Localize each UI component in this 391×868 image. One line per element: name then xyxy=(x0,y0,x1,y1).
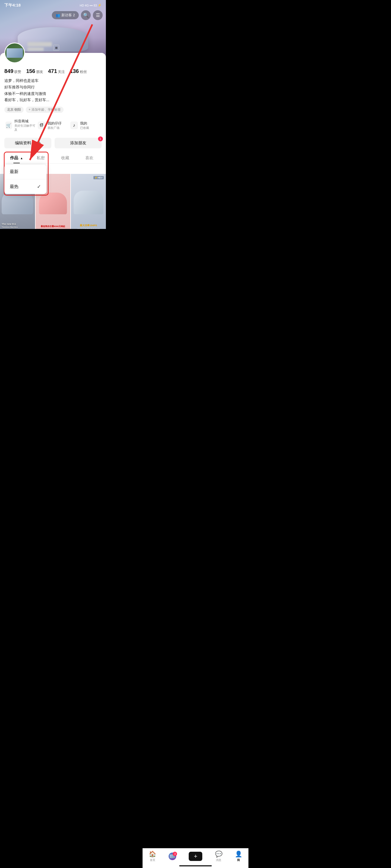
likes-number: 849 xyxy=(4,68,13,74)
menu-icon: ☰ xyxy=(96,12,100,18)
status-icons: HD 4G ▪▪▪ 83 ⚡ xyxy=(80,3,102,7)
visitors-icon: 👥 xyxy=(56,13,60,18)
sort-dropdown[interactable]: 最新 最热 ✓ xyxy=(4,165,47,194)
friends-label: 朋友 xyxy=(36,69,43,74)
search-icon: 🔍 xyxy=(83,12,89,18)
search-btn[interactable]: 🔍 xyxy=(81,10,91,20)
stat-likes[interactable]: 849 获赞 xyxy=(4,68,21,74)
tabs-container: 作品 ▲ 私密 收藏 喜欢 最新 最热 ✓ xyxy=(4,152,102,163)
quick-link-shop[interactable]: 🛒 抖音商城 美好生活触手可及 xyxy=(4,117,37,133)
following-label: 关注 xyxy=(58,69,65,74)
add-friend-badge: 1 xyxy=(98,136,103,141)
location-tag: 北京·朝阳 xyxy=(4,106,24,113)
tabs-row: 作品 ▲ 私密 收藏 喜欢 xyxy=(4,152,102,163)
tab-private[interactable]: 私密 xyxy=(29,152,53,163)
tags-row: 北京·朝阳 + 添加年龄、学校标签 xyxy=(4,104,102,115)
tab-works[interactable]: 作品 ▲ xyxy=(4,152,29,163)
quick-links: 🛒 抖音商城 美好生活触手可及 仔 我的仔仔 朋友广场 ♪ 我的 已收藏 xyxy=(4,115,102,135)
sort-option-hottest[interactable]: 最热 ✓ xyxy=(4,179,47,194)
wuling-watermark: 五菱宏光MINIEV xyxy=(37,228,51,229)
shop-icon: 🛒 xyxy=(5,122,12,129)
qr-icon: ⊞ xyxy=(53,45,59,51)
quick-link-friends[interactable]: 仔 我的仔仔 朋友广场 xyxy=(37,117,69,133)
hev-badge: ⚡HEV xyxy=(93,176,104,179)
music-icon: ♪ xyxy=(70,122,78,129)
video-label-1: The new 911 Timeless Machine xyxy=(2,223,18,228)
video-item-3[interactable]: ⚡HEV 最大功率194PS 点击左下角懂车帝查询价格 ▷ 657 xyxy=(71,174,106,229)
friends-square-icon: 仔 xyxy=(38,122,45,129)
stat-friends[interactable]: 156 朋友 xyxy=(26,68,43,74)
status-bar: 下午4:18 HD 4G ▪▪▪ 83 ⚡ xyxy=(0,0,106,9)
status-time: 下午4:18 xyxy=(4,3,21,8)
followers-label: 粉丝 xyxy=(80,69,87,74)
profile-card: ⊞ 849 获赞 156 朋友 471 关注 136 粉丝 追梦，同样也是追车 xyxy=(0,53,106,229)
chevron-up-icon: ▲ xyxy=(20,156,23,160)
stat-following[interactable]: 471 关注 xyxy=(48,68,65,74)
bio: 追梦，同样也是追车 好车推荐与你同行 体验不一样的速度与激情 看好车，玩好车，赏… xyxy=(4,76,102,104)
new-visitors-btn[interactable]: 👥 新访客 2 xyxy=(52,11,79,19)
username-area xyxy=(27,42,52,51)
avatar xyxy=(4,42,25,63)
edit-profile-btn[interactable]: 编辑资料 10% xyxy=(4,138,51,148)
stat-followers[interactable]: 136 粉丝 xyxy=(70,68,87,74)
add-tag-btn[interactable]: + 添加年龄、学校标签 xyxy=(26,106,63,113)
quick-link-music[interactable]: ♪ 我的 已收藏 xyxy=(69,117,102,133)
video-ps-tag: 最大功率194PS xyxy=(72,224,105,227)
menu-btn[interactable]: ☰ xyxy=(93,10,103,20)
friends-number: 156 xyxy=(26,68,35,74)
top-nav: 👥 新访客 2 🔍 ☰ xyxy=(0,9,106,22)
check-icon: ✓ xyxy=(37,184,41,190)
tab-likes[interactable]: 喜欢 xyxy=(77,152,102,163)
avatar-container: ⊞ xyxy=(4,53,102,65)
video-price-tag-3: 点击左下角懂车帝查询价格 xyxy=(72,228,105,229)
video-price-tag: 最低售价仅需8300元钱起 xyxy=(37,225,69,228)
following-number: 471 xyxy=(48,68,57,74)
add-friend-btn[interactable]: 添加朋友 1 xyxy=(55,138,102,148)
likes-label: 获赞 xyxy=(14,69,21,74)
followers-number: 136 xyxy=(70,68,79,74)
action-buttons: 编辑资料 10% 添加朋友 1 xyxy=(4,135,102,152)
tab-collection[interactable]: 收藏 xyxy=(53,152,77,163)
sort-option-newest[interactable]: 最新 xyxy=(4,165,47,179)
stats-row: 849 获赞 156 朋友 471 关注 136 粉丝 xyxy=(4,65,102,76)
